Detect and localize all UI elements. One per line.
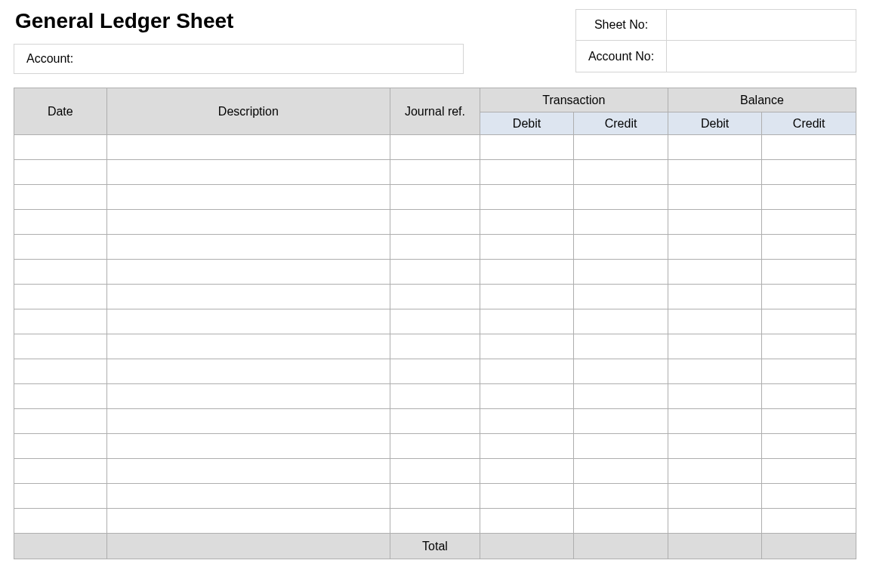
cell-date[interactable] [14,384,107,409]
cell-t_credit[interactable] [574,285,668,309]
cell-description[interactable] [106,285,390,309]
cell-b_credit[interactable] [762,509,856,534]
cell-description[interactable] [106,484,390,509]
cell-date[interactable] [14,285,107,309]
cell-b_credit[interactable] [762,409,856,434]
cell-description[interactable] [106,384,390,409]
cell-journal_ref[interactable] [390,160,480,185]
cell-b_debit[interactable] [668,160,762,185]
cell-b_debit[interactable] [668,235,762,260]
cell-t_credit[interactable] [574,484,668,509]
cell-description[interactable] [106,309,390,334]
cell-journal_ref[interactable] [390,409,480,434]
cell-description[interactable] [106,260,390,285]
cell-b_debit[interactable] [668,210,762,235]
cell-date[interactable] [14,135,107,160]
cell-t_credit[interactable] [574,434,668,459]
cell-b_debit[interactable] [668,309,762,334]
cell-t_debit[interactable] [480,135,574,160]
cell-t_debit[interactable] [480,509,574,534]
cell-t_debit[interactable] [480,359,574,384]
cell-b_credit[interactable] [762,309,856,334]
cell-t_credit[interactable] [574,359,668,384]
cell-t_credit[interactable] [574,185,668,210]
cell-t_credit[interactable] [574,309,668,334]
cell-b_credit[interactable] [762,235,856,260]
cell-b_debit[interactable] [668,135,762,160]
cell-description[interactable] [106,334,390,359]
cell-t_credit[interactable] [574,384,668,409]
cell-b_credit[interactable] [762,185,856,210]
cell-b_debit[interactable] [668,384,762,409]
cell-date[interactable] [14,210,107,235]
cell-t_debit[interactable] [480,210,574,235]
cell-journal_ref[interactable] [390,285,480,309]
cell-journal_ref[interactable] [390,359,480,384]
cell-date[interactable] [14,434,107,459]
cell-t_credit[interactable] [574,409,668,434]
cell-journal_ref[interactable] [390,334,480,359]
cell-journal_ref[interactable] [390,235,480,260]
cell-date[interactable] [14,509,107,534]
cell-b_debit[interactable] [668,185,762,210]
cell-date[interactable] [14,260,107,285]
account-no-value[interactable] [667,41,856,72]
cell-journal_ref[interactable] [390,135,480,160]
cell-t_credit[interactable] [574,235,668,260]
cell-t_debit[interactable] [480,260,574,285]
cell-description[interactable] [106,359,390,384]
cell-t_credit[interactable] [574,509,668,534]
cell-b_debit[interactable] [668,459,762,484]
cell-journal_ref[interactable] [390,509,480,534]
cell-journal_ref[interactable] [390,210,480,235]
cell-b_debit[interactable] [668,260,762,285]
cell-b_credit[interactable] [762,434,856,459]
cell-description[interactable] [106,434,390,459]
cell-t_credit[interactable] [574,135,668,160]
sheet-no-value[interactable] [667,10,856,40]
cell-b_credit[interactable] [762,459,856,484]
cell-journal_ref[interactable] [390,384,480,409]
cell-description[interactable] [106,185,390,210]
cell-date[interactable] [14,459,107,484]
cell-date[interactable] [14,185,107,210]
cell-b_debit[interactable] [668,359,762,384]
cell-journal_ref[interactable] [390,260,480,285]
cell-journal_ref[interactable] [390,185,480,210]
cell-b_credit[interactable] [762,135,856,160]
cell-t_credit[interactable] [574,160,668,185]
cell-b_credit[interactable] [762,484,856,509]
cell-b_credit[interactable] [762,260,856,285]
cell-description[interactable] [106,135,390,160]
cell-t_debit[interactable] [480,309,574,334]
cell-date[interactable] [14,235,107,260]
cell-t_debit[interactable] [480,409,574,434]
cell-description[interactable] [106,509,390,534]
cell-b_debit[interactable] [668,509,762,534]
cell-b_credit[interactable] [762,285,856,309]
cell-date[interactable] [14,409,107,434]
cell-t_debit[interactable] [480,160,574,185]
cell-b_debit[interactable] [668,434,762,459]
cell-journal_ref[interactable] [390,434,480,459]
cell-description[interactable] [106,459,390,484]
cell-b_debit[interactable] [668,484,762,509]
cell-journal_ref[interactable] [390,309,480,334]
cell-t_credit[interactable] [574,459,668,484]
cell-t_debit[interactable] [480,285,574,309]
cell-t_debit[interactable] [480,434,574,459]
cell-t_debit[interactable] [480,484,574,509]
cell-date[interactable] [14,160,107,185]
cell-date[interactable] [14,359,107,384]
cell-t_credit[interactable] [574,260,668,285]
cell-b_credit[interactable] [762,359,856,384]
cell-date[interactable] [14,334,107,359]
cell-t_debit[interactable] [480,384,574,409]
cell-date[interactable] [14,484,107,509]
cell-description[interactable] [106,409,390,434]
cell-description[interactable] [106,235,390,260]
cell-b_credit[interactable] [762,210,856,235]
cell-t_debit[interactable] [480,334,574,359]
cell-t_credit[interactable] [574,334,668,359]
cell-b_debit[interactable] [668,409,762,434]
